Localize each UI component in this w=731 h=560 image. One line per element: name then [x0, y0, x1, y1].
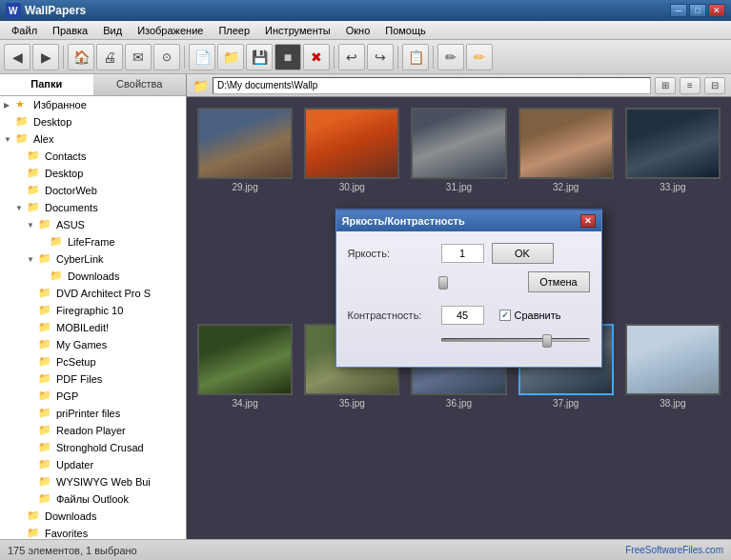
tree-label: My Games	[56, 339, 107, 350]
sidebar-item-downloads[interactable]: 📁 Downloads	[0, 268, 186, 285]
star-icon: ★	[15, 98, 30, 111]
sidebar-item-priprinter[interactable]: 📁 priPrinter files	[0, 405, 186, 422]
thumbnail-item[interactable]: 29.jpg	[194, 105, 295, 315]
menu-view[interactable]: Вид	[95, 23, 130, 38]
sidebar-item-doctorweb[interactable]: 📁 DoctorWeb	[0, 182, 186, 199]
contrast-slider[interactable]	[441, 332, 590, 348]
compare-checkbox[interactable]: ✓	[499, 310, 511, 321]
copy-button[interactable]: 📋	[402, 44, 429, 70]
folder-icon: 📁	[38, 475, 53, 489]
sidebar-item-desktop-root[interactable]: 📁 Desktop	[0, 113, 186, 130]
brightness-slider[interactable]	[441, 274, 445, 290]
tree-label: Alex	[33, 133, 53, 145]
path-input[interactable]	[213, 77, 651, 94]
check-mark-icon: ✓	[501, 310, 509, 320]
tab-properties[interactable]: Свойства	[93, 74, 187, 95]
folder-icon: 📁	[38, 390, 53, 403]
close-button[interactable]: ✕	[708, 4, 725, 17]
new-button[interactable]: 📄	[189, 44, 215, 70]
sidebar-item-lifeframe[interactable]: 📁 LifeFrame	[0, 233, 186, 250]
delete-button[interactable]: ✖	[303, 44, 330, 70]
contrast-value: 45	[441, 306, 484, 325]
folder-icon: 📁	[27, 510, 42, 523]
sidebar-item-desktop[interactable]: 📁 Desktop	[0, 165, 186, 182]
menu-window[interactable]: Окно	[338, 23, 378, 38]
thumbnail-item[interactable]: 33.jpg	[622, 105, 723, 315]
view-toggle-2[interactable]: ≡	[680, 77, 701, 94]
menu-image[interactable]: Изображение	[130, 23, 211, 38]
back-button[interactable]: ◀	[4, 44, 30, 70]
sidebar-item-favorites2[interactable]: 📁 Favorites	[0, 525, 186, 539]
folder-icon: 📁	[38, 492, 53, 506]
tab-folders[interactable]: Папки	[0, 74, 93, 95]
sidebar-item-documents[interactable]: ▼ 📁 Documents	[0, 199, 186, 216]
minimize-button[interactable]: ─	[670, 4, 687, 17]
arrow-icon: ▶	[4, 101, 15, 110]
sidebar-item-readon[interactable]: 📁 Readon Player	[0, 422, 186, 439]
sidebar-item-asus[interactable]: ▼ 📁 ASUS	[0, 216, 186, 233]
redo-button[interactable]: ↪	[367, 44, 394, 70]
title-bar: W WallPapers ─ □ ✕	[0, 0, 731, 21]
sidebar-item-downloads2[interactable]: 📁 Downloads	[0, 508, 186, 525]
thumbnail-label: 30.jpg	[339, 182, 365, 192]
folder-path-icon: 📁	[193, 78, 209, 93]
sidebar-item-pdffiles[interactable]: 📁 PDF Files	[0, 370, 186, 388]
save-button[interactable]: 💾	[246, 44, 273, 70]
undo-button[interactable]: ↩	[338, 44, 365, 70]
sidebar-item-updater[interactable]: 📁 Updater	[0, 456, 186, 473]
view-toggle-1[interactable]: ⊞	[655, 77, 676, 94]
status-text: 175 элементов, 1 выбрано	[8, 545, 618, 556]
folder-icon: 📁	[38, 218, 53, 231]
sidebar-item-dvd[interactable]: 📁 DVD Architect Pro S	[0, 285, 186, 302]
sidebar-item-pcsetup[interactable]: 📁 PcSetup	[0, 353, 186, 370]
compare-label: Сравнить	[515, 310, 561, 321]
thumbnail-item[interactable]: 34.jpg	[194, 321, 295, 531]
print-button[interactable]: 🖨	[96, 44, 123, 70]
menu-help[interactable]: Помощь	[377, 23, 434, 38]
maximize-button[interactable]: □	[689, 4, 706, 17]
dialog-title-bar: Яркость/Контрастность ✕	[336, 210, 601, 231]
tree-label: Файлы Outlook	[56, 493, 129, 505]
sidebar-item-favorites[interactable]: ▶ ★ Избранное	[0, 96, 186, 113]
sidebar-item-wysiwyg[interactable]: 📁 WYSIWYG Web Bui	[0, 473, 186, 490]
sidebar-item-outlook[interactable]: 📁 Файлы Outlook	[0, 490, 186, 508]
dialog-title: Яркость/Контрастность	[342, 215, 465, 227]
menu-tools[interactable]: Инструменты	[257, 23, 338, 38]
dialog-close-button[interactable]: ✕	[580, 214, 596, 228]
email-button[interactable]: ✉	[125, 44, 152, 70]
folder-icon: 📁	[27, 527, 42, 539]
folder-icon: 📁	[38, 458, 53, 471]
sidebar-item-pgp[interactable]: 📁 PGP	[0, 388, 186, 405]
dark-button[interactable]: ■	[274, 44, 301, 70]
ok-button[interactable]: OK	[492, 243, 554, 264]
menu-file[interactable]: Файл	[4, 23, 45, 38]
status-logo: FreeSoftwareFiles.com	[625, 545, 723, 555]
forward-button[interactable]: ▶	[32, 44, 59, 70]
sidebar-item-mobiledit[interactable]: 📁 MOBILedit!	[0, 319, 186, 336]
thumbnail-item[interactable]: 38.jpg	[622, 321, 723, 531]
burn-button[interactable]: ⊙	[153, 44, 180, 70]
menu-player[interactable]: Плеер	[211, 23, 257, 38]
tree-label: Favorites	[45, 528, 88, 539]
sidebar-item-stronghold[interactable]: 📁 Stronghold Crusad	[0, 439, 186, 456]
contrast-row: Контрастность: 45 ✓ Сравнить	[348, 306, 590, 325]
view-toggle-3[interactable]: ⊟	[704, 77, 725, 94]
sidebar-item-contacts[interactable]: 📁 Contacts	[0, 148, 186, 165]
thumbnail-label: 31.jpg	[446, 182, 472, 192]
sidebar-item-mygames[interactable]: 📁 My Games	[0, 336, 186, 353]
pencil-button[interactable]: ✏	[466, 44, 493, 70]
menu-edit[interactable]: Правка	[45, 23, 95, 38]
cancel-button[interactable]: Отмена	[528, 271, 590, 292]
sidebar-item-cyberlink[interactable]: ▼ 📁 CyberLink	[0, 250, 186, 268]
content-area: 📁 ⊞ ≡ ⊟ 29.jpg30.jpg31.jpg32.jpg33.jpg34…	[187, 74, 731, 539]
tree-label: DoctorWeb	[45, 185, 97, 196]
draw-button[interactable]: ✏	[437, 44, 464, 70]
separator-4	[397, 46, 398, 69]
sidebar-item-firegraphic[interactable]: 📁 Firegraphic 10	[0, 302, 186, 319]
home-button[interactable]: 🏠	[68, 44, 94, 70]
thumbnail-label: 38.jpg	[660, 398, 685, 409]
open-button[interactable]: 📁	[217, 44, 244, 70]
tree-label: priPrinter files	[56, 408, 120, 419]
sidebar-item-alex[interactable]: ▼ 📁 Alex	[0, 130, 186, 148]
tree-label: PDF Files	[56, 373, 102, 385]
